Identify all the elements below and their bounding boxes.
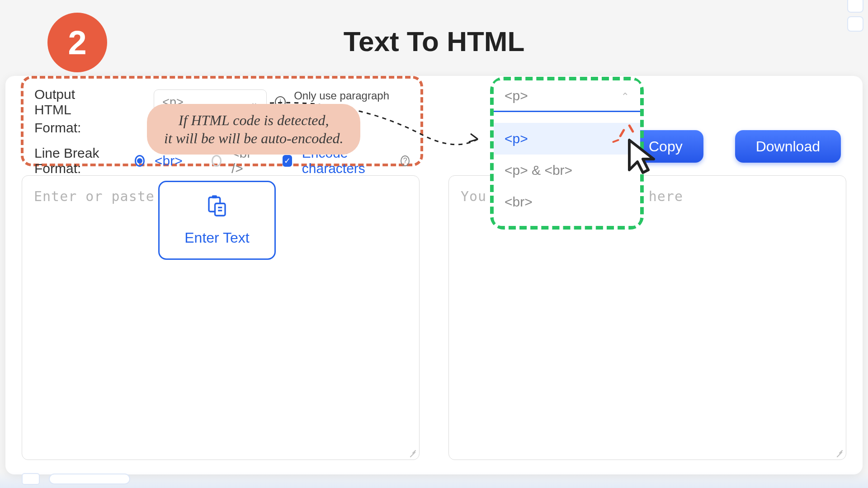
- resize-handle-icon[interactable]: [408, 449, 416, 457]
- cursor-annotation: [620, 135, 665, 182]
- callout-line2: it will be will be auto-encoded.: [164, 129, 343, 147]
- main-card: Output HTML <p> ⌄ i Only use paragraph l…: [5, 76, 863, 474]
- chevron-up-icon: ⌄: [621, 90, 629, 102]
- radio-br[interactable]: [135, 155, 145, 167]
- output-html-label: Output HTML: [34, 87, 108, 117]
- page-title: Text To HTML: [0, 25, 868, 57]
- callout-bubble: If HTML code is detected, it will be wil…: [147, 104, 360, 155]
- callout-line1: If HTML code is detected,: [164, 111, 343, 129]
- bg-edge-right: [847, 0, 863, 32]
- svg-rect-1: [212, 195, 217, 198]
- enter-text-button[interactable]: Enter Text: [158, 181, 276, 260]
- bg-bottom-gradient: [0, 472, 868, 488]
- help-icon[interactable]: ?: [401, 155, 410, 166]
- radio-br-label: <br>: [155, 153, 183, 169]
- resize-handle-icon[interactable]: [835, 449, 843, 457]
- output-placeholder-pre: You: [461, 188, 486, 204]
- enter-text-label: Enter Text: [184, 230, 249, 246]
- paste-icon: [205, 194, 229, 222]
- download-button[interactable]: Download: [735, 130, 841, 163]
- dropdown-selected[interactable]: <p> ⌄: [494, 80, 640, 112]
- encode-checkbox[interactable]: ✓: [283, 155, 292, 167]
- line-break-label: Line Break Format:: [34, 145, 125, 176]
- dropdown-option-p-br[interactable]: <p> & <br>: [494, 155, 640, 186]
- dropdown-selected-value: <p>: [505, 88, 528, 103]
- radio-br-slash[interactable]: [212, 155, 222, 167]
- dropdown-option-br[interactable]: <br>: [494, 186, 640, 218]
- bg-edge-bottom: [22, 473, 130, 485]
- dropdown-list: <p> <p> & <br> <br>: [494, 112, 640, 226]
- svg-rect-2: [215, 203, 226, 216]
- cursor-icon: [620, 135, 665, 180]
